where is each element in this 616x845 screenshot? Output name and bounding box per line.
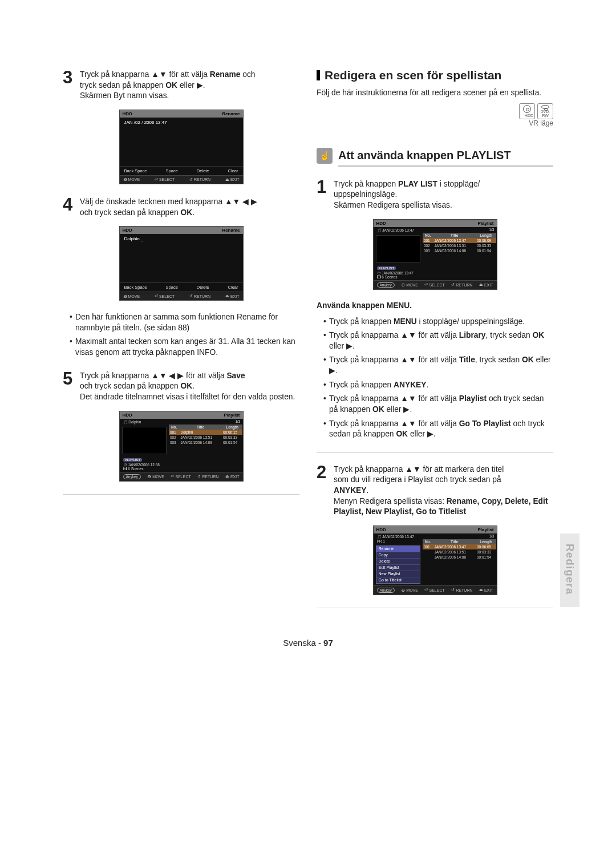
select-hint: SELECT <box>429 588 444 592</box>
screenshot-playlist-r1: HDD Playlist 🎵 JAN/02/2006 13:47 PLAYLIS… <box>373 219 497 290</box>
exit-hint: EXIT <box>484 283 493 287</box>
exit-hint: EXIT <box>230 475 240 479</box>
space-btn: Space <box>166 285 178 290</box>
step-number: 5 <box>63 370 75 403</box>
anykey-pill: Anykey <box>377 282 395 288</box>
table-row: JAN/02/2006 14:0800:01:54 <box>423 555 497 560</box>
col-length: Length <box>476 539 497 544</box>
note-item: Maximalt antal tecken som kan anges är 3… <box>70 337 299 358</box>
t: och tryck sedan på knappen <box>80 208 180 217</box>
col-title: Title <box>179 424 221 430</box>
t: Skärmen Redigera spellista visas. <box>334 201 452 209</box>
step-1: 1 Tryck på knappen PLAY LIST i stoppläge… <box>317 178 553 211</box>
anykey-label: ANYKEY <box>334 486 367 495</box>
menu-heading: Använda knappen MENU. <box>317 301 553 310</box>
disc-hdd-icon: HDD <box>519 103 535 119</box>
t: Menyn Redigera spellista visas: <box>334 497 447 506</box>
step-number: 3 <box>63 68 75 102</box>
screen-title: Playlist <box>224 413 240 418</box>
vr-mode-label: VR läge <box>519 119 553 127</box>
note-list: Den här funktionen är samma som funktion… <box>63 312 299 358</box>
note-item: Tryck på knapparna ▲▼ för att välja Go T… <box>323 419 553 440</box>
t: uppspelningsläge. <box>334 190 397 199</box>
note-item: Tryck på knappen MENU i stoppläge/ uppsp… <box>323 317 553 328</box>
info-date: JAN/02/2006 12:58 <box>128 463 160 467</box>
step-2: 2 Tryck på knapparna ▲▼ för att markera … <box>317 463 553 517</box>
t: Välj de önskade tecknen med knapparna <box>80 197 225 206</box>
step-text: Tryck på knapparna ▲▼ för att markera de… <box>334 463 553 517</box>
note-item: Tryck på knapparna ▲▼ för att välja Play… <box>323 394 553 415</box>
t: Tryck på knapparna <box>80 70 151 79</box>
intro-text: Följ de här instruktionerna för att redi… <box>317 88 553 99</box>
exit-hint: EXIT <box>230 294 240 298</box>
ctx-delete: Delete <box>376 559 420 565</box>
step-text: Tryck på knapparna ▲▼ för att välja Rena… <box>80 68 256 102</box>
table-row: 003JAN/02/2006 14:0800:01:54 <box>169 440 243 445</box>
col-no: No. <box>423 539 433 544</box>
disc-dvdrw-icon: DVD-RW <box>537 103 553 119</box>
col-no: No. <box>423 233 433 238</box>
note-item: Tryck på knapparna ▲▼ för att välja Titl… <box>323 355 553 376</box>
screen-footer: ⯐ MOVE ⏎ SELECT ↺ RETURN ⏏ EXIT <box>120 292 243 300</box>
manual-page: 3 Tryck på knapparna ▲▼ för att välja Re… <box>0 0 616 845</box>
move-hint: MOVE <box>152 475 164 479</box>
backspace-btn: Back Space <box>124 285 147 290</box>
ok-label: OK <box>180 208 192 217</box>
save-label: Save <box>226 371 245 380</box>
page-number: 97 <box>323 638 333 648</box>
return-hint: RETURN <box>456 283 472 287</box>
select-hint: SELECT <box>159 294 175 298</box>
t: tryck sedan på knappen <box>80 81 165 90</box>
select-hint: SELECT <box>175 475 191 479</box>
move-hint: MOVE <box>128 177 140 181</box>
hdd-label: HDD <box>123 111 132 116</box>
t: som du vill redigera i Playlist och tryc… <box>334 475 501 484</box>
t: Skärmen Byt namn visas. <box>80 91 169 100</box>
table-row: 001JAN/02/2006 13:4700:06:09 <box>423 238 497 243</box>
clear-btn: Clear <box>228 168 238 173</box>
screenshot-playlist-r2: HDD Playlist 🎵 JAN/02/2006 13:47 PR 1 Re… <box>373 525 497 595</box>
screen-title: Playlist <box>477 527 493 532</box>
subsection-title: Att använda knappen PLAYLIST <box>338 149 553 167</box>
input-value: Dolphin _ <box>124 236 144 241</box>
step-number: 4 <box>63 196 75 218</box>
col-no: No. <box>169 424 180 430</box>
step-text: Välj de önskade tecknen med knapparna ▲▼… <box>80 196 257 218</box>
screen-footer: Anykey ⯐ MOVE ⏎ SELECT ↺ RETURN ⏏ EXIT <box>374 280 497 289</box>
step-text: Tryck på knappen PLAY LIST i stoppläge/ … <box>334 178 480 211</box>
section-bar-icon <box>317 70 320 80</box>
left-column: 3 Tryck på knapparna ▲▼ för att välja Re… <box>63 68 299 618</box>
screenshot-rename-2: HDD Rename Dolphin _ Back Space Space De… <box>119 226 244 301</box>
hand-icon: ☝ <box>317 148 333 164</box>
playlist-label: PLAY LIST <box>398 180 437 188</box>
subtitle: JAN/02/2006 13:47 <box>382 228 414 232</box>
footer-lang: Svenska <box>283 638 316 648</box>
step-text: Tryck på knapparna ▲▼ ◀ ▶ för att välja … <box>80 370 295 403</box>
t: i stoppläge/ <box>437 180 480 188</box>
t: Tryck på knapparna ▲▼ för att markera de… <box>334 465 504 474</box>
arrows-icon: ▲▼ ◀ ▶ <box>151 371 184 380</box>
count-label: 1/3 <box>423 227 497 232</box>
table-row: 001JAN/02/2006 13:4700:06:09 <box>423 544 497 549</box>
move-hint: MOVE <box>406 588 418 592</box>
count-label: 1/3 <box>423 533 497 538</box>
arrows-icon: ▲▼ ◀ ▶ <box>225 197 257 206</box>
screen-title: Playlist <box>477 221 493 226</box>
step-number: 2 <box>317 463 329 517</box>
t: . <box>192 382 194 390</box>
subtitle: Dolphin <box>128 420 141 424</box>
screen-footer: Anykey ⯐ MOVE ⏎ SELECT ↺ RETURN ⏏ EXIT <box>120 472 243 481</box>
info-scenes: 6 Scenes <box>382 275 397 279</box>
col-title: Title <box>433 233 475 238</box>
screen-buttons: Back Space Space Delete Clear <box>120 282 243 292</box>
section-header: Redigera en scen för spellistan <box>317 68 553 82</box>
hdd-label: HDD <box>123 228 132 233</box>
select-hint: SELECT <box>159 177 175 181</box>
subsection-row: ☝ Att använda knappen PLAYLIST <box>317 142 553 170</box>
t: Tryck på knapparna <box>80 371 151 380</box>
step-3: 3 Tryck på knapparna ▲▼ för att välja Re… <box>63 68 299 102</box>
page-footer: Svenska - 97 <box>63 638 553 648</box>
note-item: Tryck på knapparna ▲▼ för att välja Libr… <box>323 330 553 351</box>
t: . <box>367 486 369 495</box>
count-label: 1/3 <box>169 419 243 423</box>
